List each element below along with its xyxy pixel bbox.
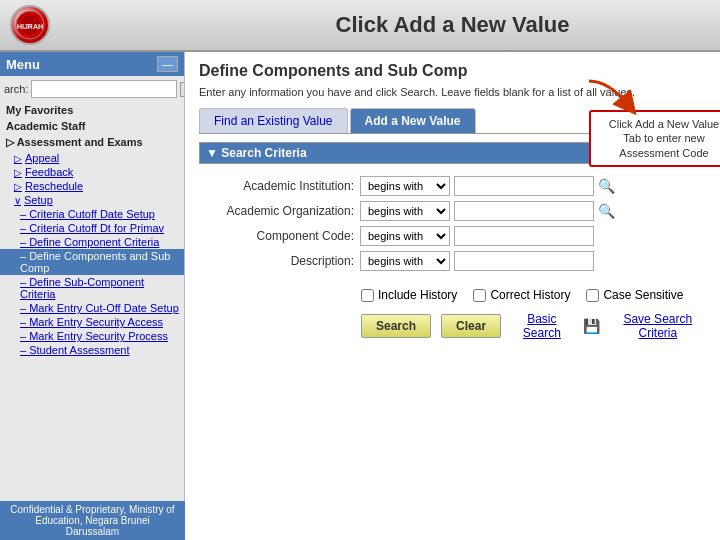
sidebar-minimize-button[interactable]: —	[157, 56, 178, 72]
correct-history-checkbox[interactable]	[473, 289, 486, 302]
sidebar-item-academic-staff[interactable]: Academic Staff	[0, 118, 184, 134]
include-history-checkbox-item: Include History	[361, 288, 457, 302]
organization-search-icon[interactable]: 🔍	[598, 203, 615, 219]
clear-button[interactable]: Clear	[441, 314, 501, 338]
sidebar-item-student-assessment[interactable]: – Student Assessment	[0, 343, 184, 357]
sidebar-search-row: arch: »	[0, 76, 184, 100]
sidebar-item-mark-entry-security-access[interactable]: – Mark Entry Security Access	[0, 315, 184, 329]
component-code-input[interactable]	[454, 226, 594, 246]
header: HIJRAH Click Add a New Value	[0, 0, 720, 52]
component-code-select[interactable]: begins withcontains=not =ends with	[360, 226, 450, 246]
logo-area: HIJRAH	[10, 5, 195, 45]
form-row-organization: Academic Organization: begins withcontai…	[205, 201, 700, 221]
sidebar-item-setup[interactable]: ∨Setup	[0, 193, 184, 207]
sidebar-footer: Confidential & Proprietary, Ministry of …	[0, 501, 185, 540]
form-row-description: Description: begins withcontains=not =en…	[205, 251, 700, 271]
sidebar-item-my-favorites[interactable]: My Favorites	[0, 102, 184, 118]
nav-list: My Favorites Academic Staff ▷ Assessment…	[0, 100, 184, 540]
institution-select[interactable]: begins withcontains=not =ends with	[360, 176, 450, 196]
logo-icon: HIJRAH	[10, 5, 50, 45]
sidebar-item-criteria-cutoff-primav[interactable]: – Criteria Cutoff Dt for Primav	[0, 221, 184, 235]
tooltip-text: Click Add a New Value Tab to enter new A…	[609, 118, 719, 159]
case-sensitive-checkbox-item: Case Sensitive	[586, 288, 683, 302]
sidebar-item-define-sub-component[interactable]: – Define Sub-Component Criteria	[0, 275, 184, 301]
description-select[interactable]: begins withcontains=not =ends with	[360, 251, 450, 271]
svg-text:HIJRAH: HIJRAH	[17, 23, 43, 30]
tabs-container: Find an Existing Value Add a New Value C…	[199, 108, 706, 133]
tooltip-box: Click Add a New Value Tab to enter new A…	[589, 110, 720, 167]
menu-label: Menu	[6, 57, 40, 72]
include-history-label: Include History	[378, 288, 457, 302]
include-history-checkbox[interactable]	[361, 289, 374, 302]
sidebar-item-define-components-sub[interactable]: – Define Components and Sub Comp	[0, 249, 184, 275]
sidebar-item-appeal[interactable]: ▷Appeal	[0, 151, 184, 165]
tab-add-new[interactable]: Add a New Value	[350, 108, 476, 133]
institution-label: Academic Institution:	[205, 179, 360, 193]
case-sensitive-label: Case Sensitive	[603, 288, 683, 302]
sidebar-item-reschedule[interactable]: ▷Reschedule	[0, 179, 184, 193]
sidebar-item-mark-entry-cutoff[interactable]: – Mark Entry Cut-Off Date Setup	[0, 301, 184, 315]
correct-history-checkbox-item: Correct History	[473, 288, 570, 302]
page-title: Click Add a New Value	[195, 12, 710, 38]
main-content: Define Components and Sub Comp Enter any…	[185, 52, 720, 540]
save-search-criteria-button[interactable]: Save Search Criteria	[610, 312, 706, 340]
layout: Menu — arch: » My Favorites Academic Sta…	[0, 52, 720, 540]
correct-history-label: Correct History	[490, 288, 570, 302]
case-sensitive-checkbox[interactable]	[586, 289, 599, 302]
action-buttons: Search Clear Basic Search 💾 Save Search …	[361, 312, 706, 340]
organization-input[interactable]	[454, 201, 594, 221]
description-label: Description:	[205, 254, 360, 268]
sidebar-search-input[interactable]	[31, 80, 177, 98]
sidebar-header: Menu —	[0, 52, 184, 76]
criteria-form: Academic Institution: begins withcontain…	[199, 172, 706, 280]
tooltip-container: Click Add a New Value Tab to enter new A…	[589, 110, 720, 167]
sidebar: Menu — arch: » My Favorites Academic Sta…	[0, 52, 185, 540]
sidebar-item-criteria-cutoff-date[interactable]: – Criteria Cutoff Date Setup	[0, 207, 184, 221]
save-icon: 💾	[583, 318, 600, 334]
checkboxes-row: Include History Correct History Case Sen…	[361, 288, 706, 302]
organization-select[interactable]: begins withcontains=not =ends with	[360, 201, 450, 221]
form-row-component-code: Component Code: begins withcontains=not …	[205, 226, 700, 246]
search-button[interactable]: Search	[361, 314, 431, 338]
component-code-label: Component Code:	[205, 229, 360, 243]
sidebar-item-mark-entry-security-process[interactable]: – Mark Entry Security Process	[0, 329, 184, 343]
sidebar-item-define-component-criteria[interactable]: – Define Component Criteria	[0, 235, 184, 249]
form-row-institution: Academic Institution: begins withcontain…	[205, 176, 700, 196]
description-input[interactable]	[454, 251, 594, 271]
basic-search-button[interactable]: Basic Search	[511, 312, 573, 340]
sidebar-item-feedback[interactable]: ▷Feedback	[0, 165, 184, 179]
institution-search-icon[interactable]: 🔍	[598, 178, 615, 194]
organization-label: Academic Organization:	[205, 204, 360, 218]
sidebar-search-label: arch:	[4, 83, 28, 95]
search-criteria-label: ▼ Search Criteria	[206, 146, 307, 160]
institution-input[interactable]	[454, 176, 594, 196]
sidebar-item-assessment-exams[interactable]: ▷ Assessment and Exams	[0, 134, 184, 151]
arrow-icon	[579, 76, 639, 116]
tab-find-existing[interactable]: Find an Existing Value	[199, 108, 348, 133]
